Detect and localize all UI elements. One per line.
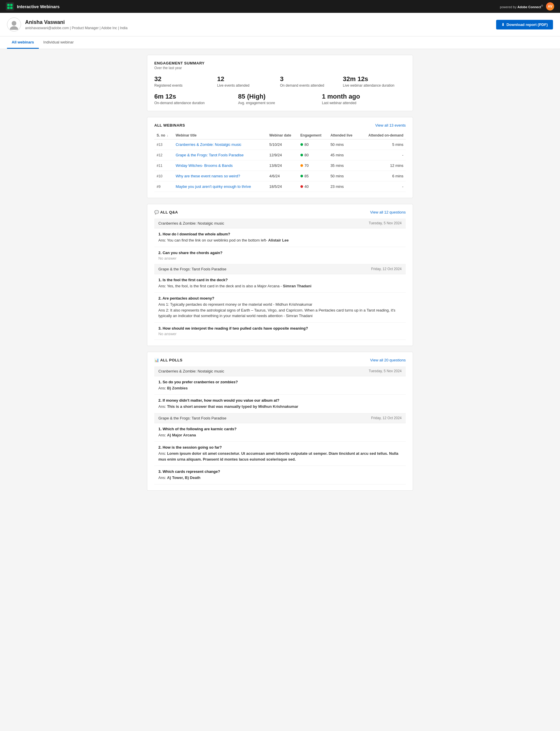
row-title: Grape & the Frogs: Tarot Fools Paradise: [173, 150, 267, 160]
poll-answer: Ans: B) Zombies: [158, 385, 402, 391]
stat-last-webinar-label: Last webinar attended: [322, 101, 406, 105]
user-avatar: [7, 18, 21, 32]
webinar-link[interactable]: Cranberries & Zombie: Nostalgic music: [176, 142, 241, 147]
webinar-link[interactable]: Wriday Witches- Brooms & Bands: [176, 163, 233, 168]
row-title: Wriday Witches- Brooms & Bands: [173, 160, 267, 171]
row-date: 5/10/24: [267, 139, 298, 150]
stat-engagement-label: Avg. engagement score: [238, 101, 322, 105]
col-sno[interactable]: S. no ↓: [154, 132, 173, 139]
webinars-table: S. no ↓ Webinar title Webinar date Engag…: [154, 132, 406, 192]
engagement-summary-body: ENGAGEMENT SUMMARY Over the last year 32…: [147, 55, 413, 111]
qna-section-header: 💬 ALL Q&A View all 12 questions: [154, 210, 406, 214]
qna-question: 2. Are pentacles about moeny?: [158, 296, 402, 300]
webinars-section-header: ALL WEBINARS View all 13 events: [154, 123, 406, 127]
poll-question: 2. If money didn't matter, how much woul…: [158, 398, 402, 403]
polls-group-header: Cranberries & Zombie: Nostalgic musicTue…: [154, 366, 406, 376]
stat-last-webinar-value: 1 month ago: [322, 93, 406, 100]
row-ondemand: 12 mins: [359, 160, 406, 171]
tab-individual-webinar[interactable]: Individual webinar: [39, 36, 78, 49]
row-title: Cranberries & Zombie: Nostalgic music: [173, 139, 267, 150]
engagement-dot: [300, 154, 303, 156]
stat-live-value: 12: [217, 75, 280, 83]
stat-live-duration-value: 32m 12s: [343, 75, 406, 83]
row-live: 50 mins: [328, 171, 359, 181]
stat-live-attended: 12 Live events attended: [217, 75, 280, 88]
user-details: Anisha Vaswani anishavaswani@adobe.com |…: [25, 19, 127, 30]
stat-live-duration: 32m 12s Live webinar attendance duration: [343, 75, 406, 88]
nav-left: Interactive Webinars: [6, 2, 59, 11]
row-num: #12: [154, 150, 173, 160]
engagement-dot: [300, 175, 303, 177]
stats-grid-row1: 32 Registered events 12 Live events atte…: [154, 75, 406, 88]
stat-engagement-value: 85 (High): [238, 93, 322, 100]
stat-registered-events: 32 Registered events: [154, 75, 217, 88]
qna-no-answer: No answer: [158, 256, 402, 260]
row-date: 13/8/24: [267, 160, 298, 171]
poll-item: 3. Which cards represent change? Ans: A)…: [154, 466, 406, 485]
engagement-title: ENGAGEMENT SUMMARY: [154, 61, 406, 65]
view-all-qna-link[interactable]: View all 12 questions: [370, 210, 406, 214]
row-engagement: 85: [298, 171, 328, 181]
table-row: #12 Grape & the Frogs: Tarot Fools Parad…: [154, 150, 406, 160]
poll-item: 1. Which of the following are karmic car…: [154, 423, 406, 442]
polls-groups: Cranberries & Zombie: Nostalgic musicTue…: [154, 366, 406, 485]
webinar-link[interactable]: Grape & the Frogs: Tarot Fools Paradise: [176, 153, 244, 157]
qna-question: 1. Is the fool the first card in the dec…: [158, 278, 402, 282]
row-ondemand: -: [359, 150, 406, 160]
app-logo-icon: [6, 2, 14, 11]
all-webinars-body: ALL WEBINARS View all 13 events S. no ↓ …: [147, 117, 413, 198]
row-engagement: 70: [298, 160, 328, 171]
row-date: 18/5/24: [267, 181, 298, 192]
polls-group-title: Cranberries & Zombie: Nostalgic music: [158, 369, 224, 373]
polls-section-header: 📊 ALL POLLS View all 20 questions: [154, 358, 406, 362]
svg-rect-4: [10, 7, 13, 9]
engagement-dot: [300, 164, 303, 167]
poll-question: 1. Which of the following are karmic car…: [158, 427, 402, 431]
qna-group-date: Tuesday, 5 Nov 2024: [369, 221, 402, 225]
sort-icon: ↓: [167, 134, 168, 137]
user-avatar-top[interactable]: AV: [546, 2, 554, 11]
poll-question: 3. Which cards represent change?: [158, 469, 402, 474]
stat-live-duration-label: Live webinar attendance duration: [343, 83, 406, 88]
qna-group-header: Grape & the Frogs: Tarot Fools ParadiseF…: [154, 264, 406, 274]
download-report-button[interactable]: ⬇ Download report (PDF): [496, 20, 553, 29]
engagement-summary-card: ENGAGEMENT SUMMARY Over the last year 32…: [147, 55, 413, 111]
qna-title: 💬 ALL Q&A: [154, 210, 178, 214]
qna-item: 2. Can you share the chords again? No an…: [154, 247, 406, 264]
polls-group: Cranberries & Zombie: Nostalgic musicTue…: [154, 366, 406, 413]
poll-answer: Ans: Lorem ipsum dolor sit amet consecte…: [158, 451, 402, 462]
poll-answer: Ans: A) Tower, B) Death: [158, 475, 402, 481]
stat-last-webinar: 1 month ago Last webinar attended: [322, 93, 406, 105]
qna-question: 3. How should we interpret the reading i…: [158, 326, 402, 330]
view-all-webinars-link[interactable]: View all 13 events: [375, 123, 406, 127]
qna-group-date: Friday, 12 Oct 2024: [371, 267, 402, 271]
all-webinars-card: ALL WEBINARS View all 13 events S. no ↓ …: [147, 117, 413, 198]
svg-rect-0: [6, 2, 14, 11]
all-polls-body: 📊 ALL POLLS View all 20 questions Cranbe…: [147, 352, 413, 490]
webinar-link[interactable]: Why are these event names so weird?: [176, 174, 240, 178]
user-name: Anisha Vaswani: [25, 19, 127, 25]
all-qna-body: 💬 ALL Q&A View all 12 questions Cranberr…: [147, 204, 413, 346]
table-row: #11 Wriday Witches- Brooms & Bands 13/8/…: [154, 160, 406, 171]
stat-ondemand-duration: 6m 12s On-demand attendance duration: [154, 93, 238, 105]
qna-no-answer: No answer: [158, 332, 402, 336]
table-row: #13 Cranberries & Zombie: Nostalgic musi…: [154, 139, 406, 150]
poll-item: 2. If money didn't matter, how much woul…: [154, 395, 406, 413]
qna-group-title: Grape & the Frogs: Tarot Fools Paradise: [158, 267, 226, 271]
powered-by-text: powered by Adobe Connect®: [500, 4, 543, 9]
poll-item: 1. So do you prefer cranberries or zombi…: [154, 376, 406, 395]
polls-icon: 📊: [154, 358, 160, 362]
qna-groups: Cranberries & Zombie: Nostalgic musicTue…: [154, 218, 406, 340]
engagement-subtitle: Over the last year: [154, 66, 406, 70]
stat-ondemand-attended: 3 On demand events attended: [280, 75, 343, 88]
tab-all-webinars[interactable]: All webinars: [7, 36, 39, 49]
stat-ondemand-duration-label: On-demand attendance duration: [154, 101, 238, 105]
view-all-polls-link[interactable]: View all 20 questions: [370, 358, 406, 362]
top-navigation: Interactive Webinars powered by Adobe Co…: [0, 0, 560, 13]
qna-item: 3. How should we interpret the reading i…: [154, 323, 406, 340]
polls-group-header: Grape & the Frogs: Tarot Fools ParadiseF…: [154, 413, 406, 423]
svg-rect-2: [10, 4, 13, 6]
col-engagement: Engagement: [298, 132, 328, 139]
tab-bar: All webinars Individual webinar: [0, 36, 560, 49]
webinar-link[interactable]: Maybe you just aren't quirky enough to t…: [176, 184, 251, 189]
